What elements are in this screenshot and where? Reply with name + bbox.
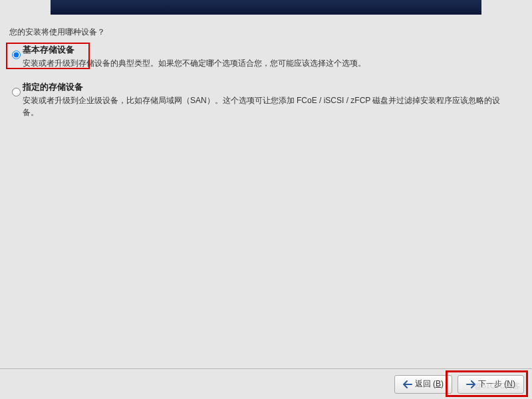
next-button[interactable]: 下一步 (N) [458,375,524,394]
footer-bar: 返回 (B) 下一步 (N) [0,368,532,399]
option-title: 指定的存储设备 [23,81,515,93]
arrow-left-icon [403,380,412,388]
option-title: 基本存储设备 [23,44,515,56]
next-label: 下一步 (N) [478,378,515,390]
back-button[interactable]: 返回 (B) [394,375,452,394]
page-question: 您的安装将使用哪种设备？ [9,27,105,38]
option-desc: 安装或者升级到存储设备的典型类型。如果您不确定哪个选项适合您，您可能应该选择这个… [23,57,515,69]
option-basic-storage[interactable]: 基本存储设备 安装或者升级到存储设备的典型类型。如果您不确定哪个选项适合您，您可… [9,44,515,69]
radio-specialized-storage[interactable] [12,88,21,96]
radio-basic-storage[interactable] [12,51,21,59]
arrow-right-icon [466,380,475,388]
header-banner [51,0,481,15]
back-label: 返回 (B) [415,378,444,390]
option-desc: 安装或者升级到企业级设备，比如存储局域网（SAN）。这个选项可让您添加 FCoE… [23,94,515,118]
storage-options: 基本存储设备 安装或者升级到存储设备的典型类型。如果您不确定哪个选项适合您，您可… [9,44,515,130]
option-specialized-storage[interactable]: 指定的存储设备 安装或者升级到企业级设备，比如存储局域网（SAN）。这个选项可让… [9,81,515,118]
